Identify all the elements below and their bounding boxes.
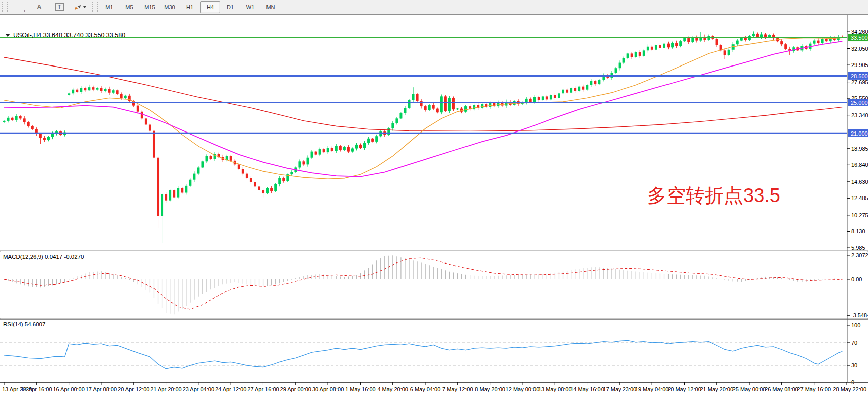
time-axis-label: 16 Apr 00:00 — [53, 386, 84, 392]
mt4-terminal-window: F A T M1M5M15M30H1H4D1W1MN 多空转折点33.5USOi… — [0, 0, 868, 395]
time-axis-label: 17 May 23:00 — [603, 386, 637, 392]
candle-body — [651, 47, 653, 50]
price-level-badge-25.000[interactable]: 25.000 — [848, 99, 868, 106]
time-axis-label: 24 Apr 12:00 — [215, 386, 246, 392]
timeframe-button-h1[interactable]: H1 — [180, 1, 200, 13]
candle-body — [570, 88, 572, 93]
diagonal-arrows-icon — [74, 4, 82, 11]
candle-body — [11, 118, 14, 120]
price-level-badge-21.000[interactable]: 21.000 — [848, 129, 868, 137]
candle-body — [84, 88, 86, 91]
annotation-text[interactable]: 多空转折点33.5 — [647, 185, 780, 206]
candle-body — [88, 87, 90, 90]
timeframe-button-m15[interactable]: M15 — [140, 1, 160, 13]
pattern-tool-button[interactable]: F — [9, 1, 29, 13]
time-axis-label: 12 May 00:00 — [506, 386, 540, 392]
rsi-indicator-label: RSI(14) 54.6007 — [3, 321, 45, 327]
timeframe-button-d1[interactable]: D1 — [220, 1, 240, 13]
dropdown-caret-icon — [83, 6, 86, 8]
candle-body — [315, 152, 317, 155]
candle-body — [181, 188, 183, 192]
candle-body — [185, 186, 187, 193]
candle-body — [724, 50, 726, 55]
candle-body — [246, 174, 248, 178]
candle-body — [27, 122, 30, 126]
rsi-panel-separator[interactable] — [0, 318, 868, 320]
timeframe-toolbar-drag-handle[interactable] — [92, 2, 98, 12]
candle-body — [813, 41, 816, 44]
time-axis-label: 1 May 16:00 — [345, 386, 376, 392]
candle-body — [367, 139, 370, 143]
candle-body — [210, 156, 212, 159]
candle-body — [440, 96, 443, 112]
candle-body — [655, 45, 657, 50]
price-level-badge-33.500[interactable]: 33.500 — [848, 34, 868, 41]
time-axis-label: 8 May 20:00 — [475, 386, 505, 392]
candle-body — [51, 134, 54, 137]
chart-window[interactable]: 多空转折点33.5USOil-,H4 33.640 33.740 33.550 … — [0, 14, 868, 395]
candle-body — [586, 85, 588, 90]
candle-body — [533, 97, 536, 102]
candle-body — [444, 96, 447, 111]
timeframe-button-m5[interactable]: M5 — [119, 1, 140, 13]
candle-body — [590, 81, 592, 85]
badge-text: 21.000 — [851, 130, 868, 137]
time-axis-label: 20 Apr 12:00 — [118, 386, 149, 392]
candle-body — [671, 43, 674, 47]
candle-body — [452, 98, 455, 109]
candle-body — [282, 178, 285, 181]
toolbar-drag-handle[interactable] — [2, 2, 8, 12]
timeframe-button-m30[interactable]: M30 — [160, 1, 180, 13]
candle-body — [47, 137, 50, 140]
time-axis-label: 23 Apr 04:00 — [183, 386, 214, 392]
price-chart-canvas[interactable]: 多空转折点33.5USOil-,H4 33.640 33.740 33.550 … — [0, 15, 868, 395]
candle-body — [311, 152, 313, 158]
text-label-tool-button[interactable]: A — [29, 1, 49, 13]
candle-body — [104, 89, 107, 91]
candle-body — [562, 90, 564, 94]
candle-body — [448, 98, 451, 111]
candle-body — [76, 90, 78, 92]
candle-body — [550, 95, 552, 99]
candle-body — [473, 105, 475, 109]
price-level-badge-28.500[interactable]: 28.500 — [848, 72, 868, 80]
drawing-arrows-button[interactable] — [70, 1, 90, 13]
candle-body — [19, 116, 22, 119]
candle-body — [404, 108, 406, 113]
candle-body — [667, 44, 670, 48]
candle-body — [96, 88, 98, 90]
candle-body — [619, 63, 621, 69]
time-axis-label: 19 May 04:00 — [635, 386, 669, 392]
candle-body — [683, 38, 686, 41]
candle-body — [554, 95, 556, 98]
candle-body — [647, 47, 649, 51]
timeframe-button-mn[interactable]: MN — [260, 1, 281, 13]
candle-body — [355, 145, 358, 149]
candle-body — [728, 50, 730, 55]
candle-body — [153, 131, 155, 158]
time-axis-label: 6 May 04:00 — [410, 386, 441, 392]
price-axis-label: 27.695 — [851, 79, 868, 85]
timeframe-button-h4[interactable]: H4 — [200, 1, 220, 13]
price-axis-label: 18.985 — [851, 146, 868, 152]
candle-body — [736, 41, 739, 45]
candle-body — [116, 90, 119, 94]
macd-panel-separator[interactable] — [0, 251, 868, 252]
candle-body — [566, 90, 568, 93]
candle-body — [149, 124, 151, 130]
candle-body — [157, 158, 159, 216]
candle-body — [784, 44, 787, 49]
timeframe-button-m1[interactable]: M1 — [99, 1, 119, 13]
candle-body — [327, 148, 329, 152]
rsi-axis-label: 70 — [851, 340, 857, 346]
time-axis-label: 25 May 00:00 — [732, 386, 766, 392]
candle-body — [262, 190, 264, 193]
rsi-axis-label: 30 — [851, 362, 857, 368]
text-box-tool-button[interactable]: T — [49, 1, 70, 13]
candle-body — [206, 156, 208, 162]
price-axis-label: 16.840 — [851, 162, 868, 168]
candle-body — [639, 52, 641, 56]
candle-body — [145, 118, 147, 124]
timeframe-button-w1[interactable]: W1 — [240, 1, 260, 13]
candle-body — [230, 156, 232, 161]
